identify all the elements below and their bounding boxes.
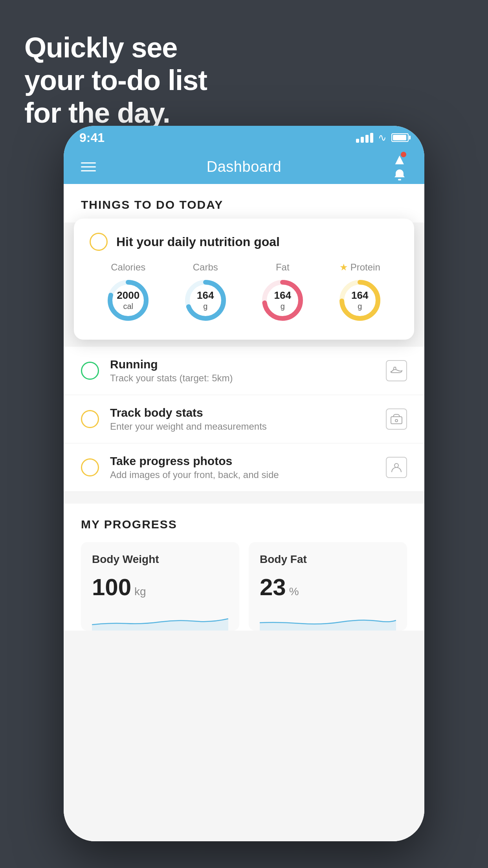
progress-title: MY PROGRESS [81, 518, 407, 531]
fat-value: 164 [274, 289, 291, 302]
carbs-label: Carbs [193, 262, 218, 273]
photos-text: Take progress photos Add images of your … [110, 454, 375, 480]
body-weight-title: Body Weight [92, 553, 228, 566]
running-checkbox[interactable] [81, 362, 99, 380]
nutrition-card[interactable]: Hit your daily nutrition goal Calories 2… [74, 219, 414, 340]
battery-icon [391, 133, 409, 142]
nutrition-stats: Calories 2000 cal Carbs [90, 262, 398, 324]
app-content: THINGS TO DO TODAY Hit your daily nutrit… [64, 184, 424, 841]
body-stats-title: Track body stats [110, 406, 375, 419]
todo-item-body-stats[interactable]: Track body stats Enter your weight and m… [64, 395, 424, 443]
status-icons: ∿ [356, 132, 409, 144]
status-time: 9:41 [79, 131, 105, 145]
things-to-do-title: THINGS TO DO TODAY [81, 198, 223, 211]
notification-dot [401, 152, 406, 157]
protein-label: ★ Protein [339, 262, 380, 273]
body-stats-icon-box [386, 408, 407, 430]
svg-rect-9 [391, 417, 402, 424]
protein-donut: 164 g [336, 277, 383, 324]
calories-unit: cal [117, 302, 139, 311]
stat-carbs: Carbs 164 g [182, 262, 229, 324]
running-title: Running [110, 358, 375, 371]
body-weight-card[interactable]: Body Weight 100 kg [81, 542, 239, 631]
things-to-do-section: THINGS TO DO TODAY [64, 184, 424, 223]
body-stats-text: Track body stats Enter your weight and m… [110, 406, 375, 432]
stat-calories: Calories 2000 cal [105, 262, 152, 324]
body-fat-num: 23 [260, 574, 286, 601]
stat-protein: ★ Protein 164 g [336, 262, 383, 324]
notification-bell-button[interactable]: ▲ [392, 151, 407, 183]
stat-fat: Fat 164 g [259, 262, 306, 324]
svg-point-10 [395, 419, 398, 422]
body-fat-unit: % [289, 585, 299, 598]
calories-donut: 2000 cal [105, 277, 152, 324]
star-icon: ★ [339, 262, 348, 273]
todo-item-photos[interactable]: Take progress photos Add images of your … [64, 443, 424, 492]
phone-frame: 9:41 ∿ Dashboard ▲ [64, 126, 424, 841]
carbs-value: 164 [197, 289, 214, 302]
body-fat-title: Body Fat [260, 553, 396, 566]
headline: Quickly see your to-do list for the day. [24, 31, 207, 129]
status-bar: 9:41 ∿ [64, 126, 424, 149]
body-fat-value: 23 % [260, 574, 396, 601]
photos-icon-box [386, 457, 407, 478]
carbs-unit: g [197, 302, 214, 311]
protein-value: 164 [351, 289, 368, 302]
calories-label: Calories [111, 262, 145, 273]
body-weight-value: 100 kg [92, 574, 228, 601]
body-stats-subtitle: Enter your weight and measurements [110, 421, 375, 432]
hamburger-menu[interactable] [81, 162, 96, 171]
fat-donut: 164 g [259, 277, 306, 324]
progress-section: MY PROGRESS Body Weight 100 kg [64, 504, 424, 631]
app-header: Dashboard ▲ [64, 149, 424, 184]
wifi-icon: ∿ [378, 132, 387, 144]
svg-rect-0 [398, 179, 401, 180]
nutrition-card-header: Hit your daily nutrition goal [90, 233, 398, 251]
body-fat-card[interactable]: Body Fat 23 % [249, 542, 407, 631]
body-stats-checkbox[interactable] [81, 410, 99, 428]
todo-list: Running Track your stats (target: 5km) T… [64, 347, 424, 492]
carbs-donut: 164 g [182, 277, 229, 324]
calories-value: 2000 [117, 289, 139, 302]
body-fat-chart [260, 607, 396, 631]
running-icon-box [386, 360, 407, 381]
signal-icon [356, 133, 373, 143]
protein-unit: g [351, 302, 368, 311]
running-text: Running Track your stats (target: 5km) [110, 358, 375, 384]
fat-label: Fat [276, 262, 290, 273]
todo-item-running[interactable]: Running Track your stats (target: 5km) [64, 347, 424, 395]
progress-cards: Body Weight 100 kg Body Fat [81, 542, 407, 631]
fat-unit: g [274, 302, 291, 311]
photos-subtitle: Add images of your front, back, and side [110, 469, 375, 480]
body-weight-num: 100 [92, 574, 131, 601]
header-title: Dashboard [207, 158, 281, 175]
svg-point-11 [394, 463, 398, 467]
person-icon [390, 462, 403, 473]
photos-title: Take progress photos [110, 454, 375, 468]
body-weight-unit: kg [134, 585, 146, 598]
photos-checkbox[interactable] [81, 458, 99, 476]
nutrition-title: Hit your daily nutrition goal [116, 235, 280, 249]
scale-icon [390, 414, 403, 425]
running-subtitle: Track your stats (target: 5km) [110, 373, 375, 384]
nutrition-checkbox[interactable] [90, 233, 108, 251]
shoe-icon [390, 366, 403, 375]
body-weight-chart [92, 607, 228, 631]
